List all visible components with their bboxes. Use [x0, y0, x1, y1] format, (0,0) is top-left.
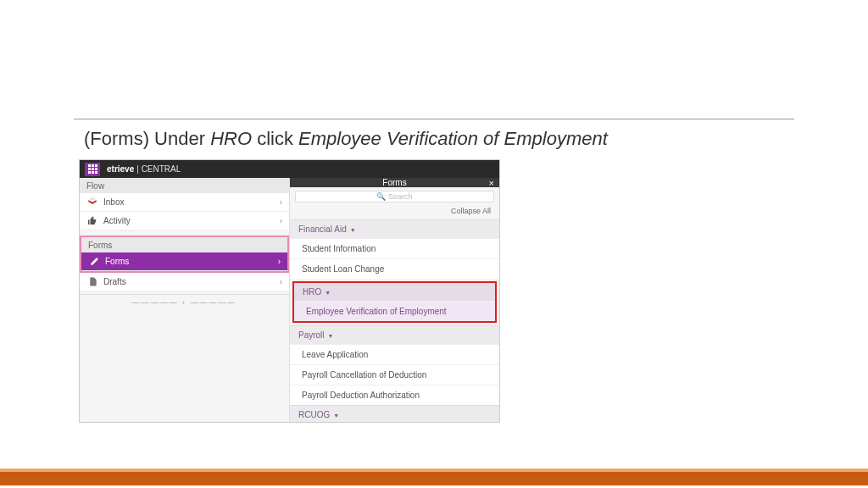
thumbs-up-icon [86, 215, 98, 227]
group-header-rcuog[interactable]: RCUOG ▼ [290, 405, 499, 423]
sidebar-item-activity[interactable]: Activity › [80, 212, 289, 230]
panel-header: Forms × [290, 178, 499, 187]
inbox-icon [86, 197, 98, 208]
collapse-all-link[interactable]: Collapse All [290, 204, 499, 219]
divider [74, 119, 794, 119]
hro-highlight: HRO ▼ Employee Verification of Employmen… [292, 281, 497, 323]
form-item-payroll-cancellation[interactable]: Payroll Cancellation of Deduction [290, 364, 499, 385]
app-header: etrieve| CENTRAL [80, 160, 499, 178]
chevron-right-icon: › [278, 257, 281, 266]
instruction-text: (Forms) Under HRO click Employee Verific… [84, 128, 794, 150]
caret-down-icon: ▼ [323, 290, 331, 296]
group-header-financial-aid[interactable]: Financial Aid ▼ [290, 219, 499, 238]
chevron-right-icon: › [280, 197, 282, 207]
app-window: etrieve| CENTRAL Flow Inbox › Activity › [79, 159, 500, 423]
sidebar-item-label: Activity [103, 216, 131, 225]
close-icon[interactable]: × [489, 178, 494, 188]
sidebar-item-drafts[interactable]: Drafts › [80, 273, 289, 291]
pencil-icon [88, 256, 100, 268]
form-item-employee-verification[interactable]: Employee Verification of Employment [294, 301, 495, 321]
section-label-flow: Flow [80, 178, 289, 193]
form-item-student-information[interactable]: Student Information [290, 238, 499, 258]
forms-panel: Forms × 🔍 Search Collapse All Financial … [290, 178, 499, 422]
group-header-payroll[interactable]: Payroll ▼ [290, 325, 499, 344]
footer-bar [0, 469, 868, 485]
search-input[interactable]: 🔍 Search [295, 191, 494, 202]
group-header-hro[interactable]: HRO ▼ [294, 283, 495, 301]
sidebar-item-label: Inbox [103, 197, 124, 207]
sidebar-item-inbox[interactable]: Inbox › [80, 193, 289, 212]
forms-section-highlight: Forms Forms › [80, 236, 289, 273]
sidebar-collapse-handle[interactable]: ————— ‹ ————— [80, 294, 289, 310]
panel-title: Forms [382, 178, 406, 187]
caret-down-icon: ▼ [331, 413, 339, 419]
app-launcher-icon[interactable] [85, 163, 100, 176]
sidebar: Flow Inbox › Activity › Forms [80, 178, 290, 422]
chevron-right-icon: › [280, 277, 282, 286]
form-item-leave-application[interactable]: Leave Application [290, 344, 499, 364]
caret-down-icon: ▼ [348, 227, 356, 233]
document-icon [86, 276, 98, 288]
form-item-student-loan-change[interactable]: Student Loan Change [290, 258, 499, 279]
caret-down-icon: ▼ [326, 333, 334, 339]
sidebar-item-label: Forms [105, 257, 129, 266]
section-label-forms: Forms [81, 237, 287, 252]
sidebar-item-label: Drafts [103, 277, 126, 286]
app-brand: etrieve| CENTRAL [107, 164, 181, 174]
sidebar-item-forms[interactable]: Forms › [81, 252, 287, 271]
chevron-right-icon: › [280, 216, 282, 225]
form-item-payroll-deduction-auth[interactable]: Payroll Deduction Authorization [290, 385, 499, 405]
